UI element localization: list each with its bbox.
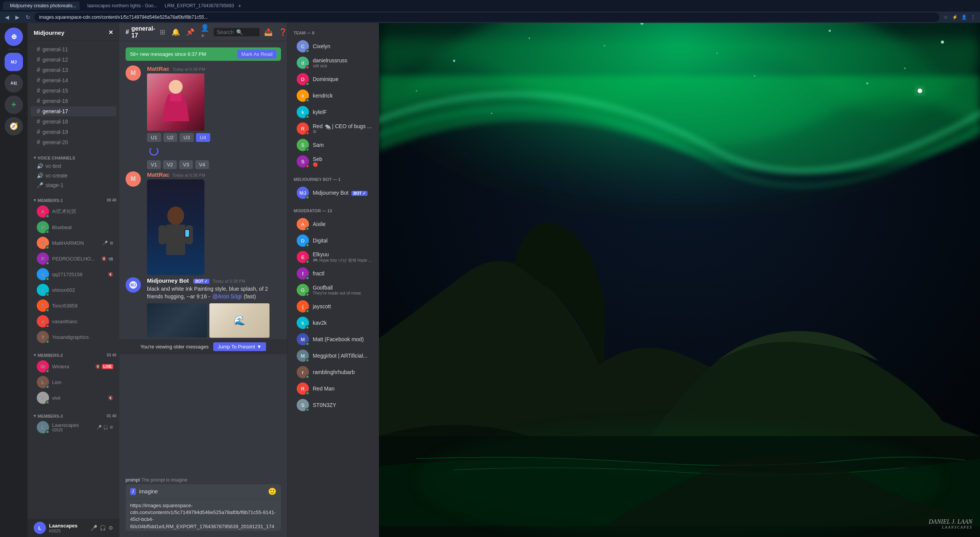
refresh-button[interactable]: ↻ <box>24 13 32 21</box>
tab-google[interactable]: laanscapes northern lights - Goo... ✕ <box>80 2 157 10</box>
channel-general-16[interactable]: # general-16 <box>31 96 116 106</box>
member-matt-fb[interactable]: M Matt (Facebook mod) <box>291 331 376 347</box>
member-rhubarb[interactable]: r ramblinghrhubarb <box>291 364 376 380</box>
v4-button[interactable]: V4 <box>195 160 209 169</box>
bookmark-icon[interactable]: ☆ <box>942 13 949 21</box>
channel-general-17[interactable]: # general-17 👤 <box>31 106 116 116</box>
user-bottom-bar: L Laanscapes #2625 🎤 🎧 ⚙ <box>28 519 119 537</box>
member-elkyuu[interactable]: E Elkyuu 🎮 Hype boy 너넌 원해 Hype ... <box>291 249 376 265</box>
new-tab-button[interactable]: + <box>235 1 244 10</box>
channel-general-14[interactable]: # general-14 <box>31 75 116 85</box>
back-button[interactable]: ◀ <box>3 13 11 21</box>
channel-general-12[interactable]: # general-12 <box>31 55 116 65</box>
headphone-toggle-icon[interactable]: 🎧 <box>100 525 106 531</box>
channel-general-15[interactable]: # general-15 <box>31 86 116 96</box>
server-name-bar[interactable]: Midjourney ✕ <box>28 23 119 41</box>
midjourney-server-icon[interactable]: MJ <box>5 53 23 71</box>
emoji-button[interactable]: 🙂 <box>268 487 276 496</box>
inbox-icon[interactable]: 📥 <box>263 26 274 38</box>
member-qq[interactable]: q qq271725158 🔇 <box>31 267 116 282</box>
member-mj-bot[interactable]: MJ Midjourney Bot BOT ✓ <box>291 185 376 201</box>
settings-icon[interactable]: ⚙ <box>108 525 113 531</box>
add-server-button[interactable]: + <box>5 96 23 114</box>
member-jayscott[interactable]: j jayscott <box>291 298 376 314</box>
notification-icon[interactable]: 🔔 <box>170 26 181 38</box>
member-digital[interactable]: D Digital <box>291 233 376 249</box>
more-icon[interactable]: ⋮ <box>969 13 977 21</box>
member-fractl[interactable]: f fractl <box>291 265 376 282</box>
member-red-bugs[interactable]: R Red 🐀 | CEO of bugs ... ⚙ <box>291 120 376 137</box>
forward-button[interactable]: ▶ <box>13 13 21 21</box>
member-laanscapes[interactable]: L Laanscapes #2625 🎤 🎧 ⚙ <box>31 420 116 435</box>
member-wintera-name: Wintera <box>52 364 92 369</box>
members-toggle-icon[interactable]: ⊞ <box>158 26 167 38</box>
voice-channels-header[interactable]: ▾ VOICE CHANNELS <box>28 154 119 161</box>
channel-general-11[interactable]: # general-11 <box>31 44 116 54</box>
extensions-icon[interactable]: ⚡ <box>951 13 959 21</box>
seb-info: Seb 🔴 <box>313 156 373 167</box>
member-kendrick[interactable]: k kendrick <box>291 88 376 104</box>
member-red-man[interactable]: R Red Man <box>291 381 376 397</box>
jump-to-present-button[interactable]: Jump To Present ▼ <box>213 342 266 351</box>
invite-icon[interactable]: 👤 <box>107 109 113 114</box>
tab-midjourney[interactable]: Midjourney creates photorealis... ✕ <box>3 2 80 10</box>
member-goofball[interactable]: G Goofball They're made out of meat. <box>291 282 376 298</box>
u2-button[interactable]: U2 <box>163 133 178 142</box>
member-danielruss[interactable]: d danielrussruss still sick <box>291 55 376 71</box>
vc-text-channel[interactable]: 🔊 vc-text <box>31 161 116 171</box>
discord-home-button[interactable]: ⊕ <box>5 28 23 46</box>
member-kav2k[interactable]: k kav2k <box>291 315 376 331</box>
member-meggirbot[interactable]: M Meggirbot | ARTificial... <box>291 348 376 364</box>
u4-button[interactable]: U4 <box>196 133 210 142</box>
member-kylelf[interactable]: k kylelF <box>291 104 376 120</box>
member-st0n3zy[interactable]: S ST0N3ZY <box>291 397 376 413</box>
stage-1-channel[interactable]: 🎤 stage-1 <box>31 181 116 190</box>
u1-button[interactable]: U1 <box>147 133 161 142</box>
member-bluebeat[interactable]: B Bluebeat <box>31 220 116 235</box>
prompt-input[interactable]: https://images.squarespace-cdn.com/conte… <box>126 499 281 530</box>
member-lion-avatar: L <box>37 376 49 388</box>
member-seb[interactable]: S Seb 🔴 <box>291 153 376 169</box>
help-icon[interactable]: ❓ <box>277 26 287 38</box>
member-aixile[interactable]: A Aixile <box>291 216 376 232</box>
members-1-header[interactable]: ▾ members-1 09 40 <box>28 196 119 203</box>
explore-button[interactable]: 🧭 <box>5 117 23 135</box>
member-vivii[interactable]: v vivii 🔇 <box>31 390 116 405</box>
channel-general-18[interactable]: # general-18 <box>31 117 116 127</box>
member-wintera[interactable]: W Wintera 🔇 LIVE <box>31 359 116 374</box>
member-lion[interactable]: L Lion <box>31 374 116 390</box>
member-cixelyn[interactable]: C Cixelyn <box>291 38 376 54</box>
members-3-header[interactable]: ▾ members-3 01 40 <box>28 412 119 419</box>
vc-create-channel[interactable]: 🔊 vc-create <box>31 171 116 180</box>
member-sam[interactable]: S Sam <box>291 137 376 153</box>
server2-icon[interactable]: A社 <box>5 74 23 93</box>
member-ai[interactable]: A AI艺术社区 <box>31 204 116 219</box>
channel-general-19[interactable]: # general-19 <box>31 127 116 137</box>
member-shinon[interactable]: s shinon002 <box>31 282 116 298</box>
tab-image[interactable]: LRM_EXPORT_17643678795693... ✕ <box>158 2 234 10</box>
channel-general-20[interactable]: # general-20 <box>31 137 116 147</box>
add-member-icon[interactable]: 👤+ <box>199 23 211 42</box>
members-3-label: members-3 <box>38 414 63 418</box>
v3-button[interactable]: V3 <box>179 160 193 169</box>
member-tonci[interactable]: T Tonci53859 <box>31 298 116 313</box>
v1-button[interactable]: V1 <box>147 160 161 169</box>
channel-general-13[interactable]: # general-13 <box>31 65 116 75</box>
kylelf-avatar: k <box>297 106 309 118</box>
member-pedro[interactable]: P PEDROCOELHO... 🔇 📹 <box>31 251 116 266</box>
member-dominique[interactable]: D Dominique <box>291 71 376 87</box>
member-youandi[interactable]: Y Youandigraphics <box>31 329 116 345</box>
mark-as-read-button[interactable]: Mark As Read <box>237 50 276 59</box>
new-messages-banner[interactable]: 58+ new messages since 6:37 PM Mark As R… <box>126 47 281 61</box>
search-bar[interactable]: Search 🔍 <box>214 28 260 36</box>
u3-button[interactable]: U3 <box>180 133 194 142</box>
pin-icon[interactable]: 📌 <box>185 26 196 38</box>
member-mattharmon[interactable]: M MattHARMON 🎤 🖥 <box>31 235 116 251</box>
mic-toggle-icon[interactable]: 🎤 <box>91 525 97 531</box>
address-bar[interactable]: images.squarespace-cdn.com/content/v1/5c… <box>34 13 939 22</box>
member-vasanthanc[interactable]: v vasanthanc <box>31 314 116 329</box>
v2-button[interactable]: V2 <box>163 160 177 169</box>
account-icon[interactable]: 👤 <box>960 13 968 21</box>
hash-icon: # <box>37 108 40 115</box>
members-2-header[interactable]: ▾ members-2 03 40 <box>28 351 119 358</box>
